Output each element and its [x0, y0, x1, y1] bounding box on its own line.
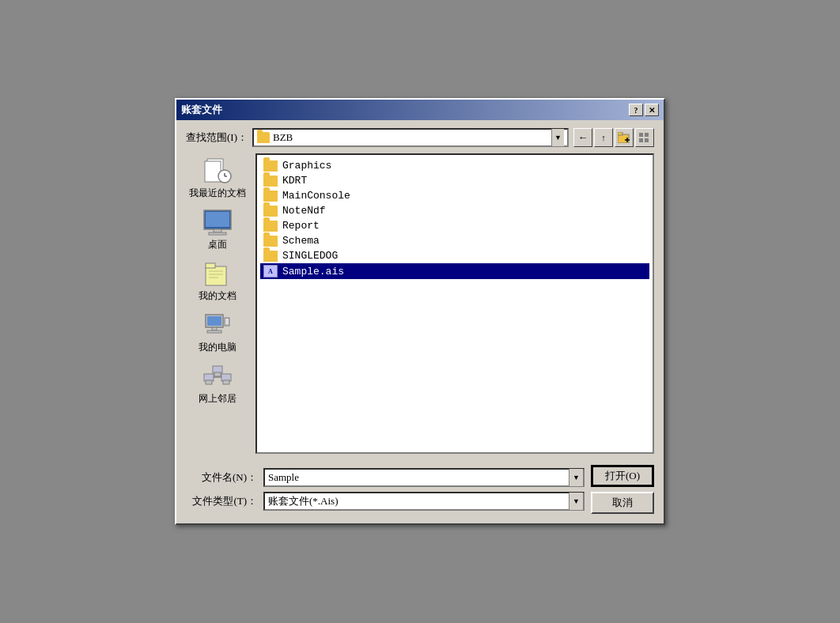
svg-rect-35 — [214, 372, 221, 376]
svg-rect-6 — [639, 138, 643, 142]
cancel-button[interactable]: 取消 — [591, 492, 654, 514]
sidebar-label-mypc: 我的电脑 — [199, 341, 236, 354]
file-list[interactable]: Graphics KDRT MainConsole NoteNdf Report — [255, 153, 654, 454]
folder-label-schema: Schema — [282, 235, 320, 247]
svg-rect-24 — [212, 327, 217, 330]
mypc-icon — [202, 311, 233, 339]
network-icon — [202, 362, 233, 391]
folder-item-notendf[interactable]: NoteNdf — [260, 203, 649, 218]
filetype-field-row: 文件类型(T)： ▼ — [186, 492, 585, 511]
action-buttons: 打开(O) 取消 — [591, 465, 654, 514]
folder-label-singledog: SINGLEDOG — [282, 250, 338, 262]
filename-field-row: 文件名(N)： ▼ — [186, 468, 585, 487]
filetype-dropdown-arrow[interactable]: ▼ — [569, 493, 583, 510]
folder-label-notendf: NoteNdf — [282, 205, 326, 217]
filetype-input[interactable] — [265, 495, 569, 508]
folder-item-kdrt[interactable]: KDRT — [260, 173, 649, 188]
svg-rect-15 — [214, 229, 221, 232]
svg-rect-14 — [206, 212, 229, 227]
title-bar-buttons: ? ✕ — [629, 104, 659, 116]
folder-label-kdrt: KDRT — [282, 175, 307, 187]
folder-icon-mainconsole — [263, 191, 278, 202]
ais-file-icon: A — [263, 265, 278, 278]
svg-rect-17 — [206, 266, 226, 285]
sidebar-item-mypc[interactable]: 我的电脑 — [186, 308, 249, 357]
desktop-icon — [202, 208, 233, 236]
folder-icon-singledog — [263, 251, 278, 262]
folder-label-graphics: Graphics — [282, 160, 331, 172]
folder-item-singledog[interactable]: SINGLEDOG — [260, 248, 649, 263]
folder-item-graphics[interactable]: Graphics — [260, 158, 649, 173]
svg-rect-4 — [639, 133, 643, 137]
filename-input-wrapper[interactable]: ▼ — [263, 468, 585, 487]
mydoc-icon — [202, 259, 233, 288]
filename-input[interactable] — [265, 471, 569, 484]
help-button[interactable]: ? — [629, 104, 643, 116]
svg-rect-23 — [207, 316, 221, 326]
open-button[interactable]: 打开(O) — [591, 465, 654, 487]
svg-rect-34 — [223, 380, 229, 384]
location-dropdown-arrow[interactable]: ▼ — [551, 129, 564, 146]
folder-icon-schema — [263, 236, 278, 247]
location-dropdown[interactable]: BZB ▼ — [252, 128, 569, 147]
sidebar-item-desktop[interactable]: 桌面 — [186, 205, 249, 255]
filename-label: 文件名(N)： — [186, 470, 257, 485]
svg-rect-18 — [206, 263, 215, 268]
new-folder-button[interactable] — [615, 128, 634, 147]
svg-rect-5 — [645, 133, 649, 137]
recent-icon — [202, 157, 233, 185]
top-bar: 查找范围(I)： BZB ▼ ← ↑ — [186, 128, 654, 147]
sidebar-label-desktop: 桌面 — [208, 238, 227, 251]
folder-item-schema[interactable]: Schema — [260, 233, 649, 248]
svg-rect-1 — [618, 132, 622, 135]
back-button[interactable]: ← — [573, 128, 592, 147]
sidebar-label-network: 网上邻居 — [199, 392, 236, 406]
folder-label-mainconsole: MainConsole — [282, 190, 350, 202]
folder-item-report[interactable]: Report — [260, 218, 649, 233]
filetype-label: 文件类型(T)： — [186, 494, 257, 508]
close-button[interactable]: ✕ — [645, 104, 659, 116]
folder-icon-small — [257, 132, 270, 143]
file-label-sample: Sample.ais — [282, 266, 344, 278]
sidebar-item-mydoc[interactable]: 我的文档 — [186, 256, 249, 306]
folder-icon-kdrt — [263, 176, 278, 187]
dialog-window: 账套文件 ? ✕ 查找范围(I)： BZB ▼ ← ↑ — [175, 98, 665, 525]
bottom-fields: 文件名(N)： ▼ 文件类型(T)： ▼ — [186, 468, 585, 511]
up-button[interactable]: ↑ — [594, 128, 613, 147]
folder-item-mainconsole[interactable]: MainConsole — [260, 188, 649, 203]
sidebar-label-mydoc: 我的文档 — [199, 289, 236, 303]
svg-rect-27 — [225, 319, 229, 324]
title-bar: 账套文件 ? ✕ — [176, 100, 664, 120]
sidebar-label-recent: 我最近的文档 — [189, 187, 246, 200]
sidebar: 我最近的文档 桌面 — [186, 153, 249, 454]
svg-rect-33 — [206, 380, 212, 384]
svg-rect-25 — [207, 330, 221, 333]
sidebar-item-recent[interactable]: 我最近的文档 — [186, 153, 249, 203]
folder-icon-graphics — [263, 160, 278, 172]
location-label: 查找范围(I)： — [186, 130, 248, 145]
file-item-sample[interactable]: A Sample.ais — [260, 263, 649, 279]
svg-rect-7 — [645, 138, 649, 142]
folder-icon-report — [263, 221, 278, 232]
view-button[interactable] — [635, 128, 654, 147]
folder-icon-notendf — [263, 206, 278, 217]
filename-dropdown-arrow[interactable]: ▼ — [569, 469, 583, 486]
dialog-body: 查找范围(I)： BZB ▼ ← ↑ — [176, 120, 664, 523]
sidebar-item-network[interactable]: 网上邻居 — [186, 359, 249, 409]
toolbar-buttons: ← ↑ — [573, 128, 654, 147]
dialog-title: 账套文件 — [181, 103, 222, 117]
svg-rect-16 — [209, 232, 226, 235]
main-area: 我最近的文档 桌面 — [186, 153, 654, 454]
filename-row: 文件名(N)： ▼ 文件类型(T)： ▼ — [186, 465, 654, 514]
current-folder-text: BZB — [273, 131, 548, 144]
bottom-section: 文件名(N)： ▼ 文件类型(T)： ▼ — [186, 462, 654, 514]
folder-label-report: Report — [282, 220, 320, 232]
filetype-input-wrapper[interactable]: ▼ — [263, 492, 585, 511]
